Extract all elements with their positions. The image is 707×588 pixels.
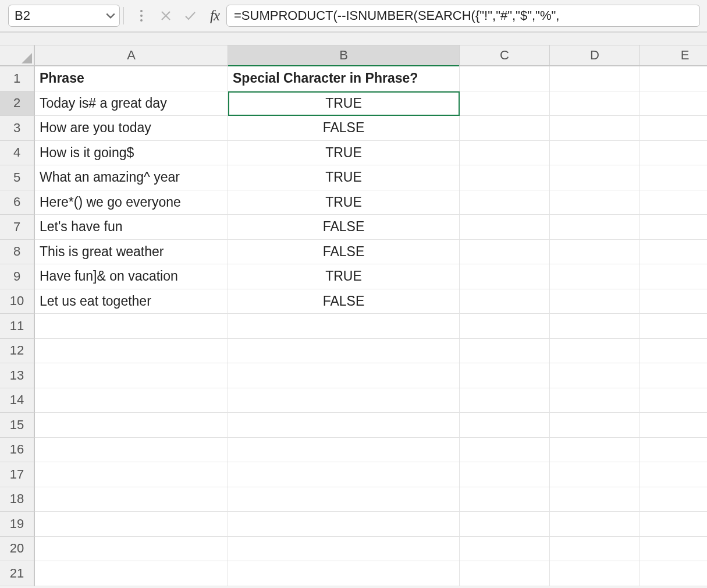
- data-cell[interactable]: [228, 561, 460, 586]
- row-header[interactable]: 19: [0, 512, 35, 537]
- data-cell[interactable]: [228, 462, 460, 487]
- data-cell[interactable]: FALSE: [228, 289, 460, 314]
- row-header[interactable]: 10: [0, 289, 35, 314]
- row-header[interactable]: 9: [0, 264, 35, 289]
- data-cell[interactable]: [460, 388, 550, 413]
- data-cell[interactable]: [460, 289, 550, 314]
- data-cell[interactable]: [228, 314, 460, 339]
- data-cell[interactable]: [550, 339, 640, 364]
- data-cell[interactable]: Today is# a great day: [35, 91, 228, 116]
- data-cell[interactable]: [550, 388, 640, 413]
- data-cell[interactable]: [460, 537, 550, 562]
- data-cell[interactable]: [550, 264, 640, 289]
- data-cell[interactable]: FALSE: [228, 116, 460, 141]
- row-header[interactable]: 17: [0, 462, 35, 487]
- data-cell[interactable]: [35, 537, 228, 562]
- data-cell[interactable]: [550, 91, 640, 116]
- row-header[interactable]: 20: [0, 537, 35, 562]
- data-cell[interactable]: [550, 413, 640, 438]
- data-cell[interactable]: [35, 339, 228, 364]
- cancel-icon[interactable]: [158, 8, 174, 24]
- data-cell[interactable]: [640, 339, 707, 364]
- data-cell[interactable]: [35, 388, 228, 413]
- data-cell[interactable]: [228, 537, 460, 562]
- data-cell[interactable]: [640, 561, 707, 586]
- data-cell[interactable]: [550, 215, 640, 240]
- data-cell[interactable]: [460, 339, 550, 364]
- row-header[interactable]: 15: [0, 413, 35, 438]
- data-cell[interactable]: [640, 487, 707, 512]
- header-cell[interactable]: Special Character in Phrase?: [228, 66, 460, 91]
- data-cell[interactable]: [640, 363, 707, 388]
- row-header[interactable]: 12: [0, 339, 35, 364]
- row-header[interactable]: 11: [0, 314, 35, 339]
- data-cell[interactable]: [640, 116, 707, 141]
- column-header-B[interactable]: B: [228, 45, 460, 65]
- header-cell[interactable]: Phrase: [35, 66, 228, 91]
- data-cell[interactable]: [35, 363, 228, 388]
- row-header[interactable]: 14: [0, 388, 35, 413]
- data-cell[interactable]: [640, 388, 707, 413]
- data-cell[interactable]: [550, 141, 640, 166]
- data-cell[interactable]: [550, 438, 640, 463]
- data-cell[interactable]: [640, 215, 707, 240]
- data-cell[interactable]: [550, 165, 640, 190]
- data-cell[interactable]: [35, 314, 228, 339]
- data-cell[interactable]: [228, 438, 460, 463]
- data-cell[interactable]: [460, 264, 550, 289]
- data-cell[interactable]: [460, 165, 550, 190]
- data-cell[interactable]: [460, 240, 550, 265]
- data-cell[interactable]: [460, 190, 550, 215]
- data-cell[interactable]: [460, 487, 550, 512]
- data-cell[interactable]: Let us eat together: [35, 289, 228, 314]
- data-cell[interactable]: How is it going$: [35, 141, 228, 166]
- data-cell[interactable]: [460, 413, 550, 438]
- data-cell[interactable]: TRUE: [228, 141, 460, 166]
- row-header[interactable]: 1: [0, 66, 35, 91]
- data-cell[interactable]: [228, 487, 460, 512]
- row-header[interactable]: 8: [0, 240, 35, 265]
- data-cell[interactable]: This is great weather: [35, 240, 228, 265]
- header-cell[interactable]: [460, 66, 550, 91]
- data-cell[interactable]: FALSE: [228, 215, 460, 240]
- data-cell[interactable]: [460, 141, 550, 166]
- data-cell[interactable]: [460, 116, 550, 141]
- row-header[interactable]: 21: [0, 561, 35, 586]
- data-cell[interactable]: [460, 314, 550, 339]
- data-cell[interactable]: [550, 190, 640, 215]
- row-header[interactable]: 6: [0, 190, 35, 215]
- data-cell[interactable]: FALSE: [228, 240, 460, 265]
- data-cell[interactable]: TRUE: [228, 165, 460, 190]
- data-cell[interactable]: TRUE: [228, 264, 460, 289]
- data-cell[interactable]: [228, 413, 460, 438]
- data-cell[interactable]: [460, 438, 550, 463]
- data-cell[interactable]: [550, 240, 640, 265]
- chevron-down-icon[interactable]: [105, 10, 116, 21]
- data-cell[interactable]: [640, 190, 707, 215]
- select-all-corner[interactable]: [0, 45, 35, 65]
- data-cell[interactable]: [640, 91, 707, 116]
- column-header-A[interactable]: A: [35, 45, 228, 65]
- row-header[interactable]: 13: [0, 363, 35, 388]
- data-cell[interactable]: TRUE: [228, 190, 460, 215]
- column-header-E[interactable]: E: [640, 45, 707, 65]
- row-header[interactable]: 4: [0, 141, 35, 166]
- data-cell[interactable]: [460, 512, 550, 537]
- data-cell[interactable]: [460, 91, 550, 116]
- name-box[interactable]: B2: [8, 5, 120, 27]
- data-cell[interactable]: [640, 165, 707, 190]
- data-cell[interactable]: [550, 462, 640, 487]
- enter-icon[interactable]: [182, 8, 198, 24]
- data-cell[interactable]: Here*() we go everyone: [35, 190, 228, 215]
- data-cell[interactable]: [640, 413, 707, 438]
- data-cell[interactable]: [640, 537, 707, 562]
- data-cell[interactable]: [228, 339, 460, 364]
- data-cell[interactable]: [460, 561, 550, 586]
- row-header[interactable]: 18: [0, 487, 35, 512]
- data-cell[interactable]: [550, 487, 640, 512]
- data-cell[interactable]: [640, 141, 707, 166]
- row-header[interactable]: 5: [0, 165, 35, 190]
- data-cell[interactable]: [460, 462, 550, 487]
- row-header[interactable]: 7: [0, 215, 35, 240]
- data-cell[interactable]: [35, 487, 228, 512]
